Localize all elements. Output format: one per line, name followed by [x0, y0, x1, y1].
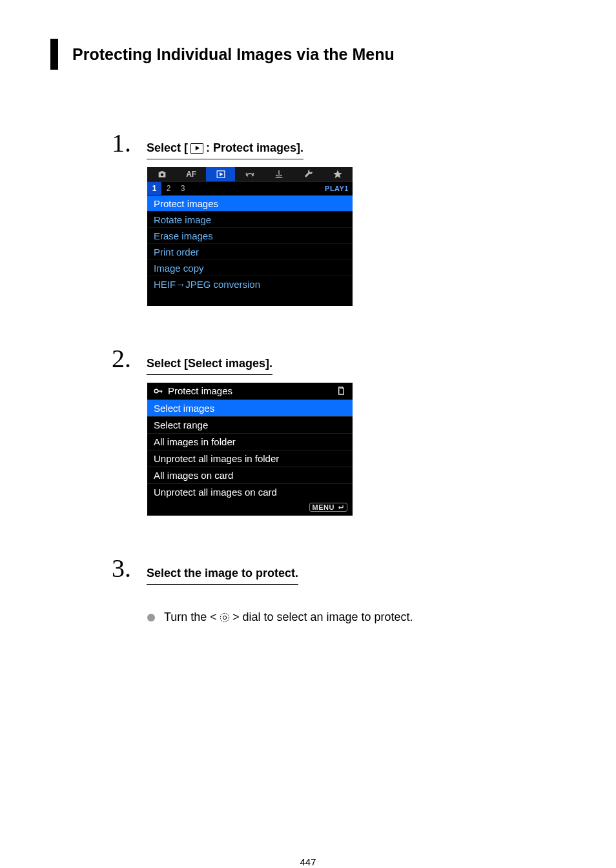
- tab-playback: [206, 167, 235, 181]
- step-2-title: Select [Select images].: [147, 357, 272, 375]
- step-1-title: Select [ : Protect images].: [147, 141, 303, 159]
- camera-menu-screenshot-2: Protect images Select images Select rang…: [147, 383, 353, 516]
- step-3-title: Select the image to protect.: [147, 567, 298, 585]
- menu-item-rotate-image: Rotate image: [147, 211, 353, 227]
- subtab-1: 1: [147, 182, 161, 195]
- network-icon: [274, 169, 284, 179]
- bullet-icon: [147, 614, 155, 621]
- step-1: 1. Select [ : Protect images]. AF: [112, 128, 566, 306]
- svg-point-1: [161, 174, 163, 176]
- step-number: 2.: [112, 343, 139, 374]
- heading-accent-bar: [50, 39, 58, 70]
- tab-af: AF: [176, 167, 205, 181]
- svg-marker-4: [334, 170, 342, 178]
- key-icon: [154, 387, 164, 396]
- menu-item-print-order: Print order: [147, 243, 353, 259]
- playback-icon: [190, 143, 203, 154]
- camera-icon: [157, 169, 167, 179]
- option-all-on-card: All images on card: [147, 467, 353, 483]
- option-select-images: Select images: [147, 399, 353, 416]
- option-select-range: Select range: [147, 416, 353, 433]
- option-unprotect-card: Unprotect all images on card: [147, 483, 353, 500]
- option-unprotect-folder: Unprotect all images in folder: [147, 450, 353, 467]
- dial-icon: [218, 611, 231, 624]
- step-1-title-suffix: : Protect images].: [206, 141, 303, 155]
- step-number: 3.: [112, 553, 139, 583]
- svg-rect-7: [161, 390, 161, 392]
- svg-point-5: [154, 389, 158, 393]
- top-tabs: AF: [147, 167, 353, 182]
- wireless-icon: [245, 169, 255, 179]
- step-3-bullet: Turn the < > dial to select an image to …: [147, 611, 566, 624]
- step-3-title-text: Select the image to protect.: [147, 567, 298, 580]
- svg-point-9: [223, 616, 226, 619]
- bullet-text-prefix: Turn the <: [164, 611, 217, 624]
- option-all-in-folder: All images in folder: [147, 433, 353, 450]
- menu-back-button: MENU: [309, 503, 347, 512]
- wrench-icon: [303, 169, 314, 179]
- tab-shoot: [147, 167, 176, 181]
- subtab-2: 2: [161, 182, 176, 195]
- sub-tabs: 1 2 3 PLAY1: [147, 182, 353, 195]
- menu-item-erase-images: Erase images: [147, 227, 353, 243]
- step-3: 3. Select the image to protect. Turn the…: [112, 553, 566, 624]
- screen2-header-title: Protect images: [168, 385, 232, 396]
- star-icon: [333, 169, 343, 179]
- svg-point-8: [220, 613, 229, 621]
- subtab-3: 3: [176, 182, 190, 195]
- menu-back-label: MENU: [313, 503, 334, 511]
- return-icon: [336, 504, 344, 510]
- tab-mymenu: [323, 167, 353, 181]
- step-1-title-prefix: Select [: [147, 141, 188, 155]
- tab-wireless: [235, 167, 264, 181]
- menu-item-image-copy: Image copy: [147, 259, 353, 276]
- section-heading: Protecting Individual Images via the Men…: [50, 39, 566, 70]
- tab-network: [265, 167, 294, 181]
- menu-list-1: Protect images Rotate image Erase images…: [147, 195, 353, 306]
- step-2-title-text: Select [Select images].: [147, 357, 272, 370]
- step-number: 1.: [112, 128, 139, 158]
- protect-options-list: Select images Select range All images in…: [147, 399, 353, 500]
- svg-marker-0: [195, 146, 199, 150]
- screen2-header: Protect images: [147, 383, 353, 399]
- tab-setup: [294, 167, 323, 181]
- playback-tab-icon: [215, 170, 227, 179]
- card-icon: [336, 386, 346, 396]
- subtab-page-label: PLAY1: [325, 185, 349, 192]
- menu-item-heif-jpeg: HEIF→JPEG conversion: [147, 276, 353, 292]
- bullet-text-suffix: > dial to select an image to protect.: [232, 611, 413, 624]
- svg-marker-3: [220, 172, 223, 176]
- camera-menu-screenshot-1: AF: [147, 167, 353, 306]
- step-2: 2. Select [Select images]. Protect image…: [112, 343, 566, 516]
- heading-text: Protecting Individual Images via the Men…: [72, 45, 395, 64]
- menu-item-protect-images: Protect images: [147, 195, 353, 211]
- page-number: 447: [50, 856, 566, 867]
